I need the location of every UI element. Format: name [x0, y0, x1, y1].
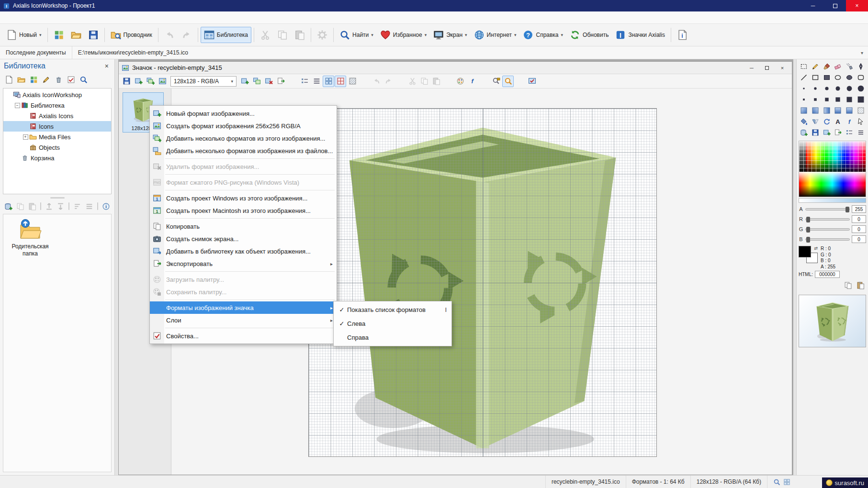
toolbar-button[interactable]: Экран ▾ — [430, 27, 470, 43]
swap-colors-icon[interactable]: ⇄ — [814, 246, 818, 251]
document-toolbar-button[interactable] — [418, 76, 430, 87]
context-menu-item[interactable]: 1 Создать проект Windows из этого изобра… — [150, 192, 337, 204]
context-menu-item[interactable]: Добавить несколько форматов изображения … — [150, 144, 337, 157]
tool-button[interactable] — [833, 61, 844, 72]
parent-folder-item[interactable]: Родительская папка — [7, 218, 53, 257]
document-toolbar-button[interactable] — [287, 76, 298, 87]
toolbar-button[interactable] — [254, 28, 254, 42]
document-toolbar-button[interactable] — [430, 76, 442, 87]
document-toolbar-button[interactable] — [478, 76, 490, 87]
toolbar-button[interactable]: I Значки Axialis — [612, 27, 668, 43]
tool-button[interactable]: f — [844, 116, 855, 127]
toolbar-button[interactable] — [314, 27, 331, 43]
tool-button[interactable] — [855, 116, 866, 127]
document-toolbar-button[interactable] — [347, 76, 358, 87]
document-toolbar-button[interactable] — [121, 76, 132, 87]
library-toolbar-button[interactable] — [28, 74, 39, 85]
library-lower-toolbar-button[interactable] — [68, 202, 69, 210]
toolbar-button[interactable]: Найти ▾ — [336, 27, 377, 43]
tool-button[interactable] — [855, 127, 866, 138]
toolbar-button[interactable]: Избранное ▾ — [377, 27, 430, 43]
toolbar-button[interactable] — [85, 27, 102, 43]
context-menu-item[interactable]: Форматы изображений значка ▸ — [150, 301, 337, 314]
context-menu-item[interactable] — [150, 157, 337, 160]
fill-style-button[interactable] — [799, 105, 810, 116]
current-color-swatch[interactable]: ⇄ — [799, 246, 818, 263]
pixel-editor-canvas[interactable] — [308, 108, 657, 457]
brush-size-button[interactable] — [810, 83, 821, 94]
library-lower-toolbar-button[interactable] — [3, 200, 14, 212]
tool-button[interactable] — [810, 116, 821, 127]
submenu-item[interactable]: Справа — [334, 331, 451, 344]
document-toolbar-button[interactable] — [406, 76, 418, 87]
context-menu-item[interactable]: Сохранить палитру... — [150, 286, 337, 298]
document-toolbar-button[interactable] — [251, 76, 262, 87]
alpha-slider[interactable] — [805, 208, 850, 211]
document-toolbar-button[interactable] — [395, 76, 406, 87]
tree-item[interactable]: Icons — [3, 121, 111, 132]
tool-button[interactable] — [821, 61, 832, 72]
green-value[interactable]: 0 — [852, 225, 866, 233]
tool-button[interactable] — [821, 116, 832, 127]
tree-item[interactable]: + Media Files — [3, 132, 111, 142]
document-toolbar-button[interactable] — [454, 76, 466, 87]
fill-style-button[interactable] — [855, 105, 866, 116]
context-menu-item[interactable]: Новый формат изображения... — [150, 107, 337, 120]
tool-button[interactable] — [799, 61, 810, 72]
context-menu-item[interactable]: Добавить несколько форматов из этого изо… — [150, 132, 337, 144]
color-palette-spectrum[interactable] — [799, 172, 866, 197]
toolbar-button[interactable] — [671, 28, 671, 42]
context-menu-item[interactable] — [150, 189, 337, 192]
submenu-item[interactable]: ✓ Слева — [334, 317, 451, 331]
context-menu-item[interactable] — [150, 298, 337, 301]
context-menu-item[interactable]: Свойства... — [150, 330, 337, 342]
tool-button[interactable] — [844, 61, 855, 72]
document-toolbar-button[interactable] — [490, 76, 502, 87]
tool-button[interactable] — [833, 72, 844, 83]
tool-button[interactable] — [810, 72, 821, 83]
color-palette-swatches[interactable] — [799, 141, 866, 172]
brush-size-button[interactable] — [821, 83, 832, 94]
chevron-down-icon[interactable]: ▾ — [861, 50, 863, 55]
copy-color-button[interactable] — [842, 279, 854, 291]
document-toolbar-button[interactable] — [502, 76, 514, 87]
library-lower-toolbar-button[interactable] — [56, 200, 67, 212]
tool-button[interactable] — [855, 61, 866, 72]
context-menu-item[interactable] — [150, 270, 337, 273]
format-select[interactable]: 128x128 - RGB/A ▾ — [170, 76, 237, 87]
document-toolbar-button[interactable]: f — [466, 76, 478, 87]
brush-size-button[interactable] — [855, 94, 866, 105]
document-toolbar-button[interactable] — [335, 76, 346, 87]
library-toolbar-button[interactable] — [78, 74, 89, 85]
submenu-item[interactable]: ✓ Показать список форматов I — [334, 303, 451, 317]
context-menu-item[interactable] — [150, 217, 337, 220]
brush-size-button[interactable] — [844, 83, 855, 94]
toolbar-button[interactable] — [68, 27, 85, 43]
fill-style-button[interactable] — [844, 105, 855, 116]
menu-item[interactable] — [2, 16, 11, 20]
minimize-button[interactable]: ─ — [802, 0, 824, 11]
library-lower-toolbar-button[interactable] — [15, 200, 26, 212]
red-value[interactable]: 0 — [852, 215, 866, 223]
document-toolbar-button[interactable] — [239, 76, 250, 87]
toolbar-button[interactable] — [274, 27, 291, 43]
library-panel-close-icon[interactable]: × — [103, 62, 111, 70]
tool-button[interactable] — [844, 72, 855, 83]
toolbar-button[interactable] — [161, 27, 178, 43]
toolbar-button[interactable]: i — [674, 27, 691, 43]
toolbar-button[interactable] — [257, 27, 274, 43]
document-toolbar-button[interactable] — [133, 76, 144, 87]
document-toolbar-button[interactable] — [323, 76, 334, 87]
document-minimize-button[interactable]: ─ — [745, 63, 758, 73]
library-toolbar-button[interactable] — [40, 74, 52, 85]
document-toolbar-button[interactable] — [383, 76, 394, 87]
vertical-splitter-left[interactable] — [115, 59, 118, 475]
fill-style-button[interactable] — [810, 105, 821, 116]
blue-value[interactable]: 0 — [852, 235, 866, 243]
red-slider[interactable] — [805, 218, 850, 221]
recent-document-path[interactable]: E:\темы\иконки\recyclebin-empty_3415.ico — [72, 49, 194, 56]
library-lower-toolbar-button[interactable] — [44, 200, 55, 212]
context-menu-item[interactable]: Копировать — [150, 220, 337, 233]
tool-button[interactable] — [799, 72, 810, 83]
document-toolbar-button[interactable] — [371, 76, 382, 87]
